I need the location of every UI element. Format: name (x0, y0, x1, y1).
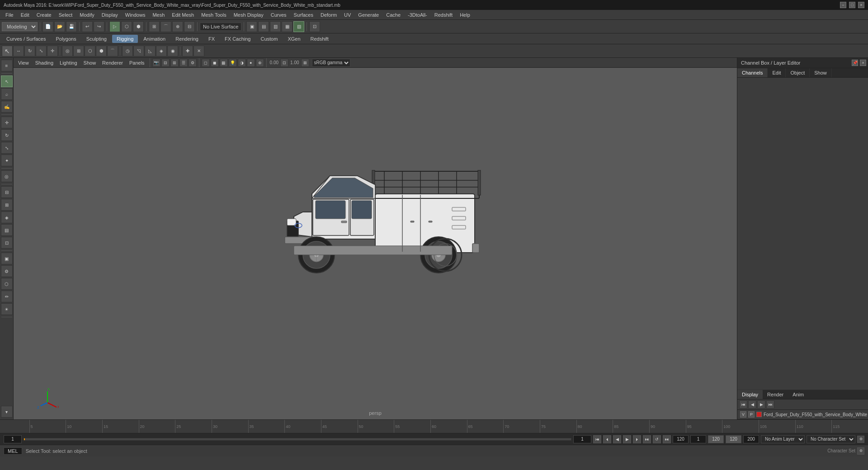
playback-opts-button[interactable]: ⏭ (663, 435, 671, 443)
vp-menu-panels[interactable]: Panels (127, 59, 147, 66)
textured-btn[interactable]: ▦ (220, 59, 228, 67)
frame-end-input[interactable] (726, 435, 741, 443)
menu-3dto-all[interactable]: -3DtoAll- (404, 11, 431, 19)
minimize-button[interactable]: − (840, 2, 846, 8)
menu-edit-mesh[interactable]: Edit Mesh (168, 11, 198, 19)
layer-v-toggle[interactable]: V (740, 411, 746, 418)
tab-custom[interactable]: Custom (256, 35, 283, 43)
new-file-button[interactable]: 📄 (42, 21, 53, 32)
loop-button[interactable]: ↺ (653, 435, 661, 443)
menu-icon-button[interactable]: ≡ (1, 60, 13, 71)
rotate-obj-button[interactable]: ↻ (1, 129, 13, 141)
soft-select-button[interactable]: ◎ (62, 46, 73, 56)
render-btn-5[interactable]: ▧ (293, 21, 304, 32)
tab-polygons[interactable]: Polygons (51, 35, 80, 43)
layer-button[interactable]: ▤ (1, 224, 13, 236)
near-clip-btn[interactable]: ⊡ (280, 59, 288, 67)
play-back-button[interactable]: ◀ (613, 435, 621, 443)
constraint-btn[interactable]: ◺ (145, 46, 156, 56)
lasso-select-button[interactable]: ⬡ (121, 21, 132, 32)
render-settings-button[interactable]: ⚙ (1, 265, 13, 277)
shaded-btn[interactable]: ◼ (211, 59, 219, 67)
play-forward-button[interactable]: ▶ (623, 435, 631, 443)
menu-mesh-display[interactable]: Mesh Display (230, 11, 267, 19)
screen-space-btn[interactable]: ⊕ (256, 59, 264, 67)
camera-settings-btn[interactable]: ⚙ (189, 59, 197, 67)
goto-start-button[interactable]: ⏮ (593, 435, 601, 443)
layer-next-next[interactable]: ⏭ (766, 400, 774, 409)
grid-toggle-btn[interactable]: ⊞ (170, 59, 179, 67)
vp-menu-renderer[interactable]: Renderer (99, 59, 126, 66)
plus-btn[interactable]: ✚ (182, 46, 193, 56)
menu-file[interactable]: File (2, 11, 17, 19)
attr-button[interactable]: ⊡ (1, 237, 13, 249)
shadows-btn[interactable]: ◑ (238, 59, 246, 67)
timeline-area[interactable]: 5101520253035404550556065707580859095100… (0, 419, 868, 433)
menu-mesh-tools[interactable]: Mesh Tools (198, 11, 230, 19)
channel-box-pin[interactable]: 📌 (852, 60, 858, 66)
module-dropdown[interactable]: Modeling (2, 22, 38, 31)
move-tool-button[interactable]: ↔ (13, 46, 24, 56)
heads-up-btn[interactable]: ☰ (179, 59, 188, 67)
tab-rigging[interactable]: Rigging (112, 35, 138, 43)
menu-edit[interactable]: Edit (17, 11, 33, 19)
pole-btn[interactable]: ◉ (167, 46, 178, 56)
bend-button[interactable]: ⌒ (107, 46, 118, 56)
anim-layer-dropdown[interactable]: No Anim Layer (761, 435, 805, 443)
move-obj-button[interactable]: ✛ (1, 117, 13, 128)
render-btn-3[interactable]: ▥ (270, 21, 281, 32)
rb-tab-render[interactable]: Render (763, 390, 788, 399)
range-start-input[interactable] (690, 435, 706, 443)
3d-viewport[interactable]: Y X Z persp (14, 68, 737, 419)
camera-btn[interactable]: 📷 (152, 59, 160, 67)
paint-select-obj-button[interactable]: ✍ (1, 101, 13, 113)
ch-tab-channels[interactable]: Channels (737, 68, 768, 77)
bottom-more-button[interactable]: ▾ (1, 406, 13, 418)
snap-view-button[interactable]: ⊟ (184, 21, 195, 32)
scale-tool-button[interactable]: ⤡ (36, 46, 47, 56)
tab-sculpting[interactable]: Sculpting (82, 35, 111, 43)
select-tool-button[interactable]: ↖ (2, 46, 13, 56)
maximize-button[interactable]: □ (849, 2, 855, 8)
tab-animation[interactable]: Animation (139, 35, 170, 43)
aim-btn[interactable]: ◈ (156, 46, 167, 56)
soft-mod-button[interactable]: ◎ (1, 170, 13, 182)
render-btn-4[interactable]: ▦ (282, 21, 292, 32)
language-selector[interactable]: MEL (4, 447, 22, 455)
start-frame-input[interactable] (573, 435, 591, 443)
save-file-button[interactable]: 💾 (66, 21, 77, 32)
current-frame-input[interactable] (4, 435, 22, 443)
menu-generate[interactable]: Generate (354, 11, 382, 19)
settings-icon[interactable]: ⚙ (857, 447, 864, 455)
rb-tab-display[interactable]: Display (737, 390, 763, 399)
extra-btn-1[interactable]: ⊡ (309, 21, 320, 32)
select-mode-button[interactable]: ▷ (109, 21, 120, 32)
next-frame-button[interactable]: ⏵ (633, 435, 641, 443)
timeline-ruler[interactable]: 5101520253035404550556065707580859095100… (0, 420, 868, 433)
menu-surfaces[interactable]: Surfaces (290, 11, 317, 19)
menu-help[interactable]: Help (456, 11, 474, 19)
vp-menu-lighting[interactable]: Lighting (57, 59, 80, 66)
tab-fx[interactable]: FX (204, 35, 219, 43)
redo-button[interactable]: ↪ (94, 21, 104, 32)
layer-prev[interactable]: ◀ (748, 400, 756, 409)
colorspace-dropdown[interactable]: sRGB gamma (312, 59, 350, 67)
layer-p-toggle[interactable]: P (748, 411, 755, 418)
render-btn-1[interactable]: ▣ (246, 21, 257, 32)
prev-frame-button[interactable]: ⏴ (603, 435, 611, 443)
menu-redshift[interactable]: Redshift (431, 11, 456, 19)
wireframe-btn[interactable]: ◻ (202, 59, 210, 67)
rb-tab-anim[interactable]: Anim (788, 390, 808, 399)
ao-btn[interactable]: ● (247, 59, 255, 67)
layer-prev-prev[interactable]: ⏮ (739, 400, 747, 409)
range-end-input[interactable] (708, 435, 724, 443)
ch-tab-show[interactable]: Show (810, 68, 832, 77)
channel-box-close[interactable]: × (860, 60, 866, 66)
paint-select-button[interactable]: ⬢ (133, 21, 144, 32)
xray-button[interactable]: ☀ (1, 303, 13, 315)
component-mode-btn[interactable]: ◷ (122, 46, 133, 56)
end-frame-display[interactable] (673, 435, 689, 443)
select-obj-button[interactable]: ↖ (1, 75, 13, 87)
lattice-button[interactable]: ⊞ (73, 46, 84, 56)
all-lights-btn[interactable]: 💡 (229, 59, 237, 67)
